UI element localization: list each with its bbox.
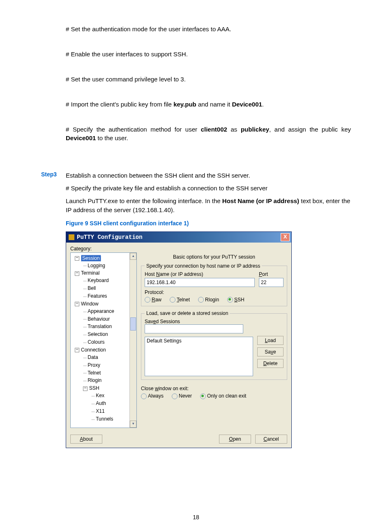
protocol-label: Protocol: [145, 289, 284, 295]
tree-label: Logging [88, 263, 105, 268]
tree-label: Proxy [88, 362, 100, 368]
cancel-button[interactable]: Cancel [255, 435, 287, 444]
tree-label: Telnet [88, 370, 101, 376]
category-tree[interactable]: −Session ····Logging −Terminal ····Keybo… [70, 252, 137, 428]
text: to the user. [96, 134, 128, 141]
save-button[interactable]: Save [257, 347, 284, 356]
tree-label: Bell [88, 285, 96, 291]
figure-caption: Figure 9 SSH client configuration interf… [66, 220, 367, 227]
radio-ssh[interactable]: SSH [227, 297, 244, 303]
tree-label: Translation [88, 324, 112, 329]
radio-icon [198, 297, 204, 303]
tree-colours[interactable]: ····Colours [72, 338, 136, 346]
radio-icon [227, 297, 233, 303]
host-input[interactable] [145, 278, 255, 287]
tree-terminal[interactable]: −Terminal [72, 269, 136, 277]
collapse-icon[interactable]: − [75, 302, 79, 306]
doc-line-5: # Specify the authentication method for … [66, 125, 351, 142]
tree-session[interactable]: −Session [72, 254, 136, 262]
text: , and assign the public key [269, 126, 351, 133]
step3-row: Step3 Establish a connection between the… [41, 171, 351, 180]
delete-button[interactable]: Delete [257, 359, 284, 368]
tree-label: Window [81, 301, 99, 307]
radio-never[interactable]: Never [172, 393, 192, 399]
scroll-thumb[interactable] [130, 317, 136, 331]
tree-window[interactable]: −Window [72, 300, 136, 308]
bold-device001: Device001 [232, 101, 262, 108]
text: # Specify the authentication method for … [66, 126, 201, 133]
about-button[interactable]: About [70, 435, 102, 444]
tree-selection[interactable]: ····Selection [72, 331, 136, 338]
saved-sessions-label: Saved Sessions [145, 319, 284, 324]
after-step-1: # Specify the private key file and estab… [66, 184, 351, 193]
tree-proxy[interactable]: ····Proxy [72, 361, 136, 369]
dialog-footer: About Open Cancel [66, 430, 291, 448]
step3-label: Step3 [41, 171, 66, 180]
tree-bell[interactable]: ····Bell [72, 285, 136, 292]
scrollbar[interactable]: ▴ ▾ [129, 253, 136, 428]
tree-translation[interactable]: ····Translation [72, 323, 136, 331]
tree-label: Data [88, 354, 98, 360]
putty-icon [69, 234, 74, 240]
radio-raw[interactable]: Raw [145, 297, 161, 303]
scroll-up-icon[interactable]: ▴ [130, 253, 136, 260]
tree-kex[interactable]: ····Kex [72, 392, 136, 400]
titlebar[interactable]: PuTTY Configuration X [66, 232, 291, 243]
radio-always[interactable]: Always [141, 393, 164, 399]
tree-label: Session [81, 255, 101, 261]
step3-text: Establish a connection between the SSH c… [66, 171, 351, 180]
radio-clean-exit[interactable]: Only on clean exit [200, 393, 246, 399]
tree-connection[interactable]: −Connection [72, 346, 136, 354]
after-step-2: Launch PuTTY.exe to enter the following … [66, 197, 351, 215]
tree-logging[interactable]: ····Logging [72, 262, 136, 270]
load-button[interactable]: Load [257, 336, 284, 345]
tree-label: X11 [96, 408, 104, 414]
tree-auth[interactable]: ····Auth [72, 400, 136, 407]
connection-group: Specify your connection by host name or … [141, 263, 287, 307]
radio-icon [200, 393, 206, 399]
scroll-down-icon[interactable]: ▾ [130, 421, 136, 428]
saved-session-input[interactable] [145, 324, 243, 333]
close-icon[interactable]: X [281, 233, 290, 241]
sessions-list[interactable]: Default Settings [145, 337, 253, 376]
group-legend: Specify your connection by host name or … [145, 263, 262, 269]
close-label: Close window on exit: [141, 386, 287, 391]
radio-telnet[interactable]: Telnet [170, 297, 190, 303]
tree-rlogin[interactable]: ····Rlogin [72, 377, 136, 384]
host-label: Host Name (or IP address) [145, 271, 255, 277]
radio-rlogin[interactable]: Rlogin [198, 297, 219, 303]
tree-label: Connection [81, 347, 106, 353]
doc-line-4: # Import the client's public key from fi… [66, 100, 351, 109]
radio-icon [141, 393, 147, 399]
tree-telnet[interactable]: ····Telnet [72, 369, 136, 377]
text: Launch PuTTY.exe to enter the following … [66, 197, 222, 204]
tree-appearance[interactable]: ····Appearance [72, 308, 136, 315]
collapse-icon[interactable]: − [75, 256, 79, 261]
tree-label: Rlogin [88, 377, 101, 383]
session-panel: Basic options for your PuTTY session Spe… [141, 252, 287, 428]
tree-label: Appearance [88, 308, 114, 314]
tree-behaviour[interactable]: ····Behaviour [72, 315, 136, 323]
tree-x11[interactable]: ····X11 [72, 407, 136, 415]
open-button[interactable]: Open [219, 435, 251, 444]
tree-data[interactable]: ····Data [72, 354, 136, 361]
text: and name it [196, 101, 232, 108]
doc-line-2: # Enable the user interfaces to support … [66, 50, 351, 58]
tree-keyboard[interactable]: ····Keyboard [72, 277, 136, 285]
radio-icon [145, 297, 150, 303]
sessions-group: Load, save or delete a stored session Sa… [141, 310, 287, 380]
collapse-icon[interactable]: − [83, 386, 88, 391]
bold-publickey: publickey [241, 126, 269, 133]
window-title: PuTTY Configuration [77, 234, 281, 241]
panel-title: Basic options for your PuTTY session [141, 254, 287, 260]
port-input[interactable] [259, 278, 284, 287]
port-label: Port [259, 271, 284, 277]
tree-features[interactable]: ····Features [72, 292, 136, 300]
tree-tunnels[interactable]: ····Tunnels [72, 415, 136, 423]
collapse-icon[interactable]: − [75, 271, 79, 276]
group-legend: Load, save or delete a stored session [145, 310, 230, 316]
tree-ssh[interactable]: −SSH [72, 384, 136, 392]
tree-label: Features [88, 293, 107, 299]
list-item[interactable]: Default Settings [147, 338, 251, 344]
collapse-icon[interactable]: − [75, 348, 79, 352]
